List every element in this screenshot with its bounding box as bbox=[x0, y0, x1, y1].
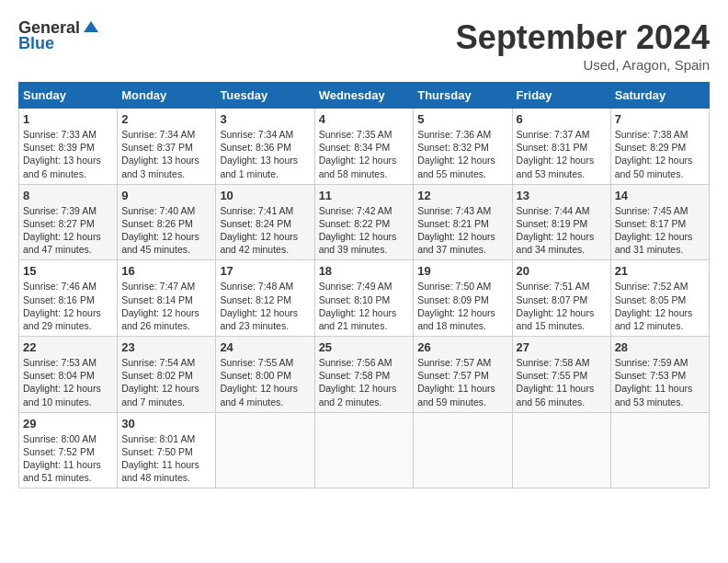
day-number: 13 bbox=[517, 189, 607, 202]
day-number: 14 bbox=[615, 189, 705, 202]
day-info: Sunrise: 7:44 AMSunset: 8:19 PMDaylight:… bbox=[517, 204, 607, 257]
calendar-week-row: 1Sunrise: 7:33 AMSunset: 8:39 PMDaylight… bbox=[19, 109, 710, 185]
day-info: Sunrise: 7:40 AMSunset: 8:26 PMDaylight:… bbox=[121, 204, 211, 257]
calendar-day-header: Friday bbox=[512, 83, 610, 109]
calendar-cell bbox=[512, 412, 610, 488]
calendar-cell bbox=[414, 412, 512, 488]
day-info: Sunrise: 7:35 AMSunset: 8:34 PMDaylight:… bbox=[319, 128, 410, 180]
calendar-cell: 30Sunrise: 8:01 AMSunset: 7:50 PMDayligh… bbox=[118, 412, 216, 488]
day-info: Sunrise: 7:33 AMSunset: 8:39 PMDaylight:… bbox=[23, 128, 113, 180]
day-info: Sunrise: 8:01 AMSunset: 7:50 PMDaylight:… bbox=[121, 432, 211, 485]
calendar-cell: 12Sunrise: 7:43 AMSunset: 8:21 PMDayligh… bbox=[414, 184, 512, 260]
day-number: 25 bbox=[319, 340, 410, 354]
day-info: Sunrise: 7:39 AMSunset: 8:27 PMDaylight:… bbox=[23, 204, 113, 257]
calendar-cell: 17Sunrise: 7:48 AMSunset: 8:12 PMDayligh… bbox=[216, 260, 314, 337]
day-info: Sunrise: 7:48 AMSunset: 8:12 PMDaylight:… bbox=[220, 280, 310, 332]
calendar-cell: 26Sunrise: 7:57 AMSunset: 7:57 PMDayligh… bbox=[414, 337, 512, 413]
calendar-header: SundayMondayTuesdayWednesdayThursdayFrid… bbox=[19, 83, 710, 109]
calendar-cell: 1Sunrise: 7:33 AMSunset: 8:39 PMDaylight… bbox=[19, 109, 118, 185]
logo: General Blue bbox=[18, 18, 100, 53]
day-info: Sunrise: 7:47 AMSunset: 8:14 PMDaylight:… bbox=[121, 280, 211, 332]
page-header: General Blue September 2024 Used, Aragon… bbox=[18, 18, 710, 73]
calendar-cell: 8Sunrise: 7:39 AMSunset: 8:27 PMDaylight… bbox=[19, 184, 118, 260]
day-number: 22 bbox=[23, 340, 113, 354]
calendar-cell bbox=[610, 412, 709, 488]
calendar-table: SundayMondayTuesdayWednesdayThursdayFrid… bbox=[18, 82, 710, 488]
day-number: 3 bbox=[220, 112, 310, 126]
calendar-cell: 16Sunrise: 7:47 AMSunset: 8:14 PMDayligh… bbox=[118, 260, 216, 337]
calendar-day-header: Sunday bbox=[19, 83, 118, 109]
day-number: 11 bbox=[319, 189, 410, 202]
day-info: Sunrise: 7:51 AMSunset: 8:07 PMDaylight:… bbox=[517, 280, 607, 332]
day-info: Sunrise: 7:42 AMSunset: 8:22 PMDaylight:… bbox=[319, 204, 410, 257]
location: Used, Aragon, Spain bbox=[456, 57, 710, 73]
day-info: Sunrise: 7:41 AMSunset: 8:24 PMDaylight:… bbox=[220, 204, 310, 257]
calendar-week-row: 22Sunrise: 7:53 AMSunset: 8:04 PMDayligh… bbox=[19, 337, 710, 413]
day-info: Sunrise: 7:34 AMSunset: 8:36 PMDaylight:… bbox=[220, 128, 310, 180]
day-number: 9 bbox=[121, 189, 211, 202]
logo-icon bbox=[82, 19, 100, 38]
day-info: Sunrise: 7:37 AMSunset: 8:31 PMDaylight:… bbox=[517, 128, 607, 180]
day-number: 8 bbox=[23, 189, 113, 202]
calendar-cell: 6Sunrise: 7:37 AMSunset: 8:31 PMDaylight… bbox=[512, 109, 610, 185]
day-info: Sunrise: 7:59 AMSunset: 7:53 PMDaylight:… bbox=[615, 356, 705, 408]
title-block: September 2024 Used, Aragon, Spain bbox=[456, 18, 710, 73]
calendar-cell: 24Sunrise: 7:55 AMSunset: 8:00 PMDayligh… bbox=[216, 337, 314, 413]
day-info: Sunrise: 7:34 AMSunset: 8:37 PMDaylight:… bbox=[121, 128, 211, 180]
day-number: 21 bbox=[615, 264, 705, 278]
calendar-cell: 5Sunrise: 7:36 AMSunset: 8:32 PMDaylight… bbox=[414, 109, 512, 185]
calendar-cell: 14Sunrise: 7:45 AMSunset: 8:17 PMDayligh… bbox=[610, 184, 709, 260]
calendar-cell: 19Sunrise: 7:50 AMSunset: 8:09 PMDayligh… bbox=[414, 260, 512, 337]
calendar-cell: 7Sunrise: 7:38 AMSunset: 8:29 PMDaylight… bbox=[610, 109, 709, 185]
day-number: 2 bbox=[121, 112, 211, 126]
day-info: Sunrise: 7:58 AMSunset: 7:55 PMDaylight:… bbox=[517, 356, 607, 408]
day-number: 1 bbox=[23, 112, 113, 126]
day-number: 18 bbox=[319, 264, 410, 278]
calendar-day-header: Saturday bbox=[610, 83, 709, 109]
calendar-cell: 27Sunrise: 7:58 AMSunset: 7:55 PMDayligh… bbox=[512, 337, 610, 413]
day-number: 26 bbox=[417, 340, 507, 354]
calendar-day-header: Wednesday bbox=[314, 83, 414, 109]
day-info: Sunrise: 7:56 AMSunset: 7:58 PMDaylight:… bbox=[319, 356, 410, 408]
day-number: 19 bbox=[417, 264, 507, 278]
day-info: Sunrise: 7:36 AMSunset: 8:32 PMDaylight:… bbox=[417, 128, 507, 180]
day-number: 20 bbox=[517, 264, 607, 278]
calendar-cell: 10Sunrise: 7:41 AMSunset: 8:24 PMDayligh… bbox=[216, 184, 314, 260]
day-info: Sunrise: 7:38 AMSunset: 8:29 PMDaylight:… bbox=[615, 128, 705, 180]
svg-marker-0 bbox=[84, 21, 98, 32]
calendar-week-row: 29Sunrise: 8:00 AMSunset: 7:52 PMDayligh… bbox=[19, 412, 710, 488]
calendar-body: 1Sunrise: 7:33 AMSunset: 8:39 PMDaylight… bbox=[19, 109, 710, 488]
month-title: September 2024 bbox=[456, 18, 710, 57]
day-info: Sunrise: 7:57 AMSunset: 7:57 PMDaylight:… bbox=[417, 356, 507, 408]
calendar-week-row: 15Sunrise: 7:46 AMSunset: 8:16 PMDayligh… bbox=[19, 260, 710, 337]
logo-blue-text: Blue bbox=[18, 34, 54, 53]
calendar-day-header: Tuesday bbox=[216, 83, 314, 109]
calendar-cell: 3Sunrise: 7:34 AMSunset: 8:36 PMDaylight… bbox=[216, 109, 314, 185]
calendar-cell: 29Sunrise: 8:00 AMSunset: 7:52 PMDayligh… bbox=[19, 412, 118, 488]
calendar-cell: 18Sunrise: 7:49 AMSunset: 8:10 PMDayligh… bbox=[314, 260, 414, 337]
calendar-cell bbox=[216, 412, 314, 488]
calendar-cell: 11Sunrise: 7:42 AMSunset: 8:22 PMDayligh… bbox=[314, 184, 414, 260]
day-info: Sunrise: 7:54 AMSunset: 8:02 PMDaylight:… bbox=[121, 356, 211, 408]
calendar-day-header: Monday bbox=[118, 83, 216, 109]
day-number: 5 bbox=[417, 112, 507, 126]
calendar-cell: 13Sunrise: 7:44 AMSunset: 8:19 PMDayligh… bbox=[512, 184, 610, 260]
day-number: 30 bbox=[121, 417, 211, 431]
day-info: Sunrise: 8:00 AMSunset: 7:52 PMDaylight:… bbox=[23, 432, 113, 485]
day-info: Sunrise: 7:49 AMSunset: 8:10 PMDaylight:… bbox=[319, 280, 410, 332]
day-number: 17 bbox=[220, 264, 310, 278]
day-number: 28 bbox=[615, 340, 705, 354]
day-info: Sunrise: 7:52 AMSunset: 8:05 PMDaylight:… bbox=[615, 280, 705, 332]
calendar-cell bbox=[314, 412, 414, 488]
day-info: Sunrise: 7:53 AMSunset: 8:04 PMDaylight:… bbox=[23, 356, 113, 408]
calendar-cell: 23Sunrise: 7:54 AMSunset: 8:02 PMDayligh… bbox=[118, 337, 216, 413]
calendar-cell: 25Sunrise: 7:56 AMSunset: 7:58 PMDayligh… bbox=[314, 337, 414, 413]
calendar-cell: 20Sunrise: 7:51 AMSunset: 8:07 PMDayligh… bbox=[512, 260, 610, 337]
day-number: 23 bbox=[121, 340, 211, 354]
day-info: Sunrise: 7:55 AMSunset: 8:00 PMDaylight:… bbox=[220, 356, 310, 408]
calendar-cell: 4Sunrise: 7:35 AMSunset: 8:34 PMDaylight… bbox=[314, 109, 414, 185]
calendar-cell: 2Sunrise: 7:34 AMSunset: 8:37 PMDaylight… bbox=[118, 109, 216, 185]
day-info: Sunrise: 7:50 AMSunset: 8:09 PMDaylight:… bbox=[417, 280, 507, 332]
calendar-cell: 9Sunrise: 7:40 AMSunset: 8:26 PMDaylight… bbox=[118, 184, 216, 260]
day-info: Sunrise: 7:45 AMSunset: 8:17 PMDaylight:… bbox=[615, 204, 705, 257]
